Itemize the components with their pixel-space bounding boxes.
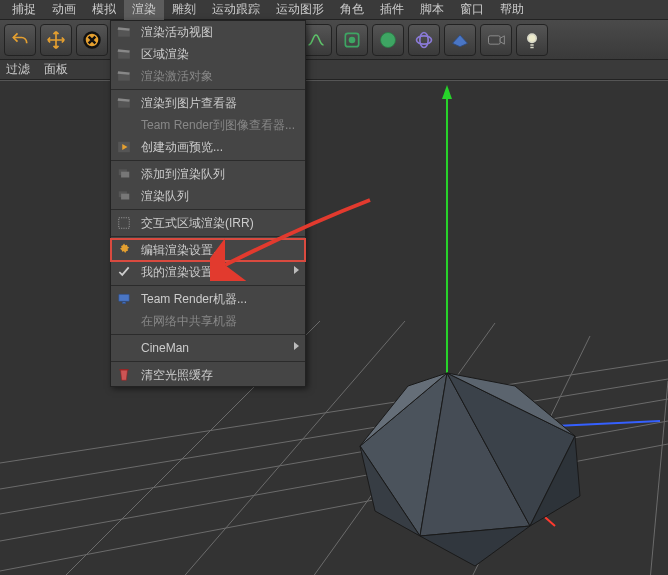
menuitem-label: Team Render机器... <box>141 291 247 308</box>
svg-rect-13 <box>489 35 501 43</box>
menu-角色[interactable]: 角色 <box>332 0 372 20</box>
menuitem-Team Render机器...[interactable]: Team Render机器... <box>111 288 305 310</box>
menu-运动跟踪[interactable]: 运动跟踪 <box>204 0 268 20</box>
blank-icon <box>115 117 133 133</box>
monitor-icon <box>115 291 133 307</box>
play-icon <box>115 139 133 155</box>
menuitem-编辑渲染设置...[interactable]: 编辑渲染设置... <box>111 239 305 261</box>
clapper-icon <box>115 24 133 40</box>
svg-point-9 <box>349 36 356 43</box>
menuitem-label: 渲染队列 <box>141 188 189 205</box>
menuitem-清空光照缓存[interactable]: 清空光照缓存 <box>111 364 305 386</box>
svg-point-12 <box>420 32 428 47</box>
viewport-3d[interactable] <box>0 80 668 575</box>
menuitem-Team Render到图像查看器...: Team Render到图像查看器... <box>111 114 305 136</box>
menuitem-label: 渲染活动视图 <box>141 24 213 41</box>
menuitem-label: CineMan <box>141 341 189 355</box>
menuitem-渲染队列[interactable]: 渲染队列 <box>111 185 305 207</box>
clapper-icon <box>115 95 133 111</box>
svg-rect-47 <box>122 302 126 304</box>
move-icon[interactable] <box>40 24 72 56</box>
svg-rect-44 <box>119 218 130 229</box>
svg-point-14 <box>528 34 536 42</box>
menuitem-label: 渲染激活对象 <box>141 68 213 85</box>
menuitem-label: 编辑渲染设置... <box>141 242 223 259</box>
svg-rect-37 <box>118 101 130 108</box>
menuitem-label: 区域渲染 <box>141 46 189 63</box>
menuitem-label: 添加到渲染队列 <box>141 166 225 183</box>
svg-rect-36 <box>118 74 130 81</box>
region-icon <box>115 215 133 231</box>
svg-rect-34 <box>118 30 130 37</box>
menuitem-label: 在网络中共享机器 <box>141 313 237 330</box>
toolbar <box>0 20 668 60</box>
check-icon <box>115 264 133 280</box>
blank-icon <box>115 340 133 356</box>
flush-icon <box>115 367 133 383</box>
chevron-right-icon <box>294 342 299 350</box>
menuitem-创建动画预览...[interactable]: 创建动画预览... <box>111 136 305 158</box>
menu-渲染[interactable]: 渲染 <box>124 0 164 20</box>
gear-icon <box>115 242 133 258</box>
menuitem-渲染激活对象: 渲染激活对象 <box>111 65 305 87</box>
subbar: 过滤面板 <box>0 60 668 80</box>
undo-icon[interactable] <box>4 24 36 56</box>
clapper-icon <box>115 46 133 62</box>
menuitem-渲染到图片查看器[interactable]: 渲染到图片查看器 <box>111 92 305 114</box>
light-icon[interactable] <box>516 24 548 56</box>
queue-icon <box>115 166 133 182</box>
menuitem-区域渲染[interactable]: 区域渲染 <box>111 43 305 65</box>
menuitem-label: 交互式区域渲染(IRR) <box>141 215 254 232</box>
close-icon[interactable] <box>76 24 108 56</box>
menu-雕刻[interactable]: 雕刻 <box>164 0 204 20</box>
menu-脚本[interactable]: 脚本 <box>412 0 452 20</box>
menu-运动图形[interactable]: 运动图形 <box>268 0 332 20</box>
subbar-过滤[interactable]: 过滤 <box>6 61 30 78</box>
menuitem-渲染活动视图[interactable]: 渲染活动视图 <box>111 21 305 43</box>
menuitem-添加到渲染队列[interactable]: 添加到渲染队列 <box>111 163 305 185</box>
menuitem-label: 渲染到图片查看器 <box>141 95 237 112</box>
menu-帮助[interactable]: 帮助 <box>492 0 532 20</box>
svg-rect-43 <box>121 194 129 200</box>
svg-rect-41 <box>121 172 129 178</box>
menu-模拟[interactable]: 模拟 <box>84 0 124 20</box>
menu-动画[interactable]: 动画 <box>44 0 84 20</box>
subbar-面板[interactable]: 面板 <box>44 61 68 78</box>
svg-rect-46 <box>119 294 130 301</box>
menuitem-交互式区域渲染(IRR)[interactable]: 交互式区域渲染(IRR) <box>111 212 305 234</box>
camera-icon[interactable] <box>480 24 512 56</box>
deform-icon[interactable] <box>336 24 368 56</box>
menuitem-label: 清空光照缓存 <box>141 367 213 384</box>
menu-捕捉[interactable]: 捕捉 <box>4 0 44 20</box>
menuitem-label: 创建动画预览... <box>141 139 223 156</box>
render-menu-dropdown: 渲染活动视图区域渲染渲染激活对象渲染到图片查看器Team Render到图像查看… <box>110 20 306 387</box>
sphere-icon[interactable] <box>372 24 404 56</box>
menubar: 捕捉动画模拟渲染雕刻运动跟踪运动图形角色插件脚本窗口帮助 <box>0 0 668 20</box>
menu-插件[interactable]: 插件 <box>372 0 412 20</box>
svg-line-24 <box>650 381 668 575</box>
viewport-scene <box>0 81 668 575</box>
chevron-right-icon <box>294 266 299 274</box>
blank-icon <box>115 313 133 329</box>
menuitem-label: 我的渲染设置 <box>141 264 213 281</box>
plane-icon[interactable] <box>444 24 476 56</box>
svg-point-11 <box>417 35 432 43</box>
svg-point-10 <box>381 32 396 47</box>
menuitem-在网络中共享机器: 在网络中共享机器 <box>111 310 305 332</box>
svg-rect-35 <box>118 52 130 59</box>
menu-窗口[interactable]: 窗口 <box>452 0 492 20</box>
svg-marker-25 <box>442 85 452 99</box>
menuitem-label: Team Render到图像查看器... <box>141 117 295 134</box>
field-icon[interactable] <box>408 24 440 56</box>
queue-icon <box>115 188 133 204</box>
clapper-icon <box>115 68 133 84</box>
menuitem-我的渲染设置[interactable]: 我的渲染设置 <box>111 261 305 283</box>
menuitem-CineMan[interactable]: CineMan <box>111 337 305 359</box>
